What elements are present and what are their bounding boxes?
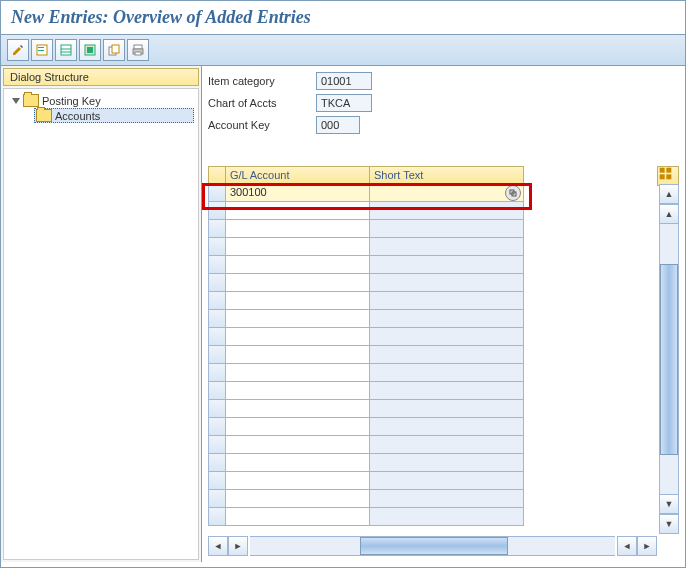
row-selector[interactable] <box>208 310 226 328</box>
row-selector[interactable] <box>208 220 226 238</box>
scroll-track[interactable] <box>659 224 679 494</box>
column-header-short-text[interactable]: Short Text <box>370 166 524 184</box>
row-selector[interactable] <box>208 400 226 418</box>
scroll-down-button[interactable]: ▼ <box>659 494 679 514</box>
scroll-up-button[interactable]: ▲ <box>659 204 679 224</box>
table-row[interactable] <box>208 400 679 418</box>
row-selector[interactable] <box>208 292 226 310</box>
select-icon[interactable] <box>79 39 101 61</box>
table-row[interactable] <box>208 256 679 274</box>
scroll-right-button[interactable]: ► <box>637 536 657 556</box>
row-selector[interactable] <box>208 184 226 202</box>
row-selector[interactable] <box>208 274 226 292</box>
select-all-column[interactable] <box>208 166 226 184</box>
table-row[interactable] <box>208 274 679 292</box>
short-text-cell[interactable] <box>370 508 524 526</box>
table-row[interactable] <box>208 436 679 454</box>
table-row[interactable] <box>208 220 679 238</box>
gl-account-cell[interactable] <box>226 310 370 328</box>
column-header-gl-account[interactable]: G/L Account <box>226 166 370 184</box>
gl-account-cell[interactable] <box>226 382 370 400</box>
gl-account-cell[interactable] <box>226 238 370 256</box>
table-row[interactable] <box>208 490 679 508</box>
short-text-cell[interactable] <box>370 346 524 364</box>
short-text-cell[interactable] <box>370 310 524 328</box>
table-row[interactable] <box>208 310 679 328</box>
table-row[interactable] <box>208 364 679 382</box>
form-icon[interactable] <box>31 39 53 61</box>
scroll-down-button[interactable]: ▼ <box>659 514 679 534</box>
item-category-field[interactable]: 01001 <box>316 72 372 90</box>
table-row[interactable] <box>208 202 679 220</box>
scroll-left-button[interactable]: ◄ <box>208 536 228 556</box>
short-text-cell[interactable] <box>370 220 524 238</box>
gl-account-cell[interactable] <box>226 400 370 418</box>
scroll-right-button[interactable]: ► <box>228 536 248 556</box>
table-row[interactable] <box>208 418 679 436</box>
row-selector[interactable] <box>208 364 226 382</box>
f4-help-icon[interactable] <box>505 185 521 201</box>
gl-account-cell[interactable] <box>226 508 370 526</box>
pencil-icon[interactable] <box>7 39 29 61</box>
gl-account-cell[interactable] <box>226 220 370 238</box>
account-key-field[interactable]: 000 <box>316 116 360 134</box>
short-text-cell[interactable] <box>370 418 524 436</box>
short-text-cell[interactable] <box>370 382 524 400</box>
short-text-cell[interactable] <box>370 256 524 274</box>
gl-account-cell[interactable] <box>226 328 370 346</box>
tree-item-accounts[interactable]: Accounts <box>34 108 194 123</box>
gl-account-cell[interactable] <box>226 418 370 436</box>
table-icon[interactable] <box>55 39 77 61</box>
row-selector[interactable] <box>208 256 226 274</box>
chart-of-accts-field[interactable]: TKCA <box>316 94 372 112</box>
tree-item-posting-key[interactable]: Posting Key <box>8 93 194 108</box>
table-settings-icon[interactable] <box>657 166 679 186</box>
horizontal-scrollbar[interactable]: ◄ ► ◄ ► <box>208 536 657 556</box>
gl-account-cell[interactable] <box>226 256 370 274</box>
scroll-track[interactable] <box>250 536 615 556</box>
short-text-cell[interactable] <box>370 184 524 202</box>
table-row[interactable] <box>208 328 679 346</box>
short-text-cell[interactable] <box>370 238 524 256</box>
vertical-scrollbar[interactable]: ▲ ▲ ▼ ▼ <box>659 184 679 534</box>
table-row[interactable] <box>208 346 679 364</box>
row-selector[interactable] <box>208 328 226 346</box>
scroll-left-button[interactable]: ◄ <box>617 536 637 556</box>
short-text-cell[interactable] <box>370 400 524 418</box>
scroll-thumb[interactable] <box>360 537 508 555</box>
scroll-up-button[interactable]: ▲ <box>659 184 679 204</box>
table-row[interactable] <box>208 238 679 256</box>
gl-account-cell[interactable] <box>226 202 370 220</box>
gl-account-cell[interactable] <box>226 364 370 382</box>
short-text-cell[interactable] <box>370 364 524 382</box>
gl-account-cell[interactable] <box>226 490 370 508</box>
short-text-cell[interactable] <box>370 202 524 220</box>
gl-account-cell[interactable] <box>226 472 370 490</box>
short-text-cell[interactable] <box>370 328 524 346</box>
copy-icon[interactable] <box>103 39 125 61</box>
table-row[interactable] <box>208 508 679 526</box>
row-selector[interactable] <box>208 382 226 400</box>
short-text-cell[interactable] <box>370 436 524 454</box>
table-row[interactable]: 300100 <box>208 184 679 202</box>
gl-account-cell[interactable] <box>226 454 370 472</box>
gl-account-cell[interactable] <box>226 292 370 310</box>
row-selector[interactable] <box>208 346 226 364</box>
row-selector[interactable] <box>208 454 226 472</box>
row-selector[interactable] <box>208 238 226 256</box>
table-row[interactable] <box>208 472 679 490</box>
table-row[interactable] <box>208 292 679 310</box>
row-selector[interactable] <box>208 508 226 526</box>
row-selector[interactable] <box>208 202 226 220</box>
short-text-cell[interactable] <box>370 292 524 310</box>
gl-account-cell[interactable] <box>226 274 370 292</box>
short-text-cell[interactable] <box>370 490 524 508</box>
gl-account-cell[interactable] <box>226 346 370 364</box>
short-text-cell[interactable] <box>370 274 524 292</box>
row-selector[interactable] <box>208 472 226 490</box>
print-icon[interactable] <box>127 39 149 61</box>
short-text-cell[interactable] <box>370 472 524 490</box>
table-row[interactable] <box>208 382 679 400</box>
table-row[interactable] <box>208 454 679 472</box>
short-text-cell[interactable] <box>370 454 524 472</box>
